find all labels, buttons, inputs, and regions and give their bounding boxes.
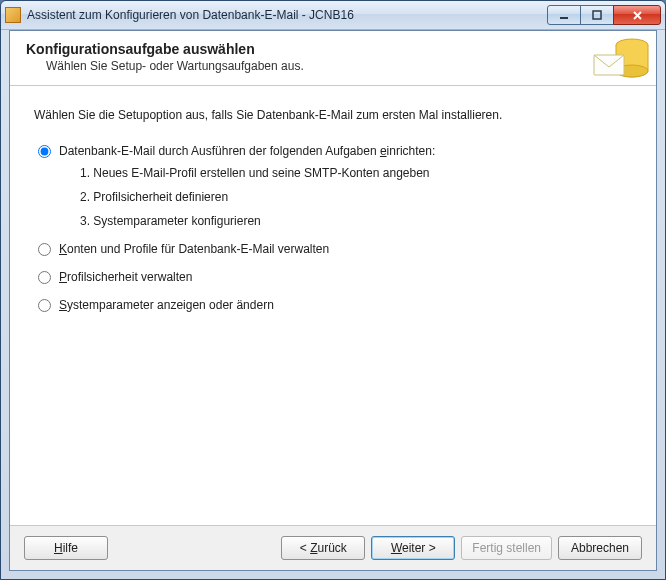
option-system-params[interactable]: Systemparameter anzeigen oder ändern [34, 298, 632, 312]
close-icon [632, 10, 643, 21]
setup-step-1: 1. Neues E-Mail-Profil erstellen und sei… [80, 166, 632, 180]
window-title: Assistent zum Konfigurieren von Datenban… [27, 8, 547, 22]
wizard-footer: Hilfe < Zurück Weiter > Fertig stellen A… [10, 525, 656, 570]
database-mail-icon [592, 33, 652, 87]
svg-rect-0 [560, 17, 568, 19]
setup-step-3: 3. Systemparameter konfigurieren [80, 214, 632, 228]
option-profile-security-label[interactable]: Profilsicherheit verwalten [59, 270, 192, 284]
option-setup-steps: 1. Neues E-Mail-Profil erstellen und sei… [80, 166, 632, 228]
window-controls [547, 5, 661, 25]
option-system-params-radio[interactable] [38, 299, 51, 312]
maximize-button[interactable] [580, 5, 614, 25]
setup-step-2: 2. Profilsicherheit definieren [80, 190, 632, 204]
wizard-window: Assistent zum Konfigurieren von Datenban… [0, 0, 666, 580]
finish-button: Fertig stellen [461, 536, 552, 560]
page-title: Konfigurationsaufgabe auswählen [26, 41, 640, 57]
option-profile-security-radio[interactable] [38, 271, 51, 284]
svg-rect-1 [593, 11, 601, 19]
option-setup-radio[interactable] [38, 145, 51, 158]
back-button[interactable]: < Zurück [281, 536, 365, 560]
titlebar[interactable]: Assistent zum Konfigurieren von Datenban… [1, 1, 665, 30]
minimize-icon [559, 10, 569, 20]
minimize-button[interactable] [547, 5, 581, 25]
app-icon [5, 7, 21, 23]
page-subtitle: Wählen Sie Setup- oder Wartungsaufgaben … [46, 59, 640, 73]
maximize-icon [592, 10, 602, 20]
wizard-client: Konfigurationsaufgabe auswählen Wählen S… [9, 30, 657, 571]
option-manage-label[interactable]: Konten und Profile für Datenbank-E-Mail … [59, 242, 329, 256]
option-manage-radio[interactable] [38, 243, 51, 256]
option-profile-security[interactable]: Profilsicherheit verwalten [34, 270, 632, 284]
intro-text: Wählen Sie die Setupoption aus, falls Si… [34, 108, 632, 122]
option-system-params-label[interactable]: Systemparameter anzeigen oder ändern [59, 298, 274, 312]
wizard-header: Konfigurationsaufgabe auswählen Wählen S… [10, 31, 656, 86]
option-manage[interactable]: Konten und Profile für Datenbank-E-Mail … [34, 242, 632, 256]
close-button[interactable] [613, 5, 661, 25]
option-setup[interactable]: Datenbank-E-Mail durch Ausführen der fol… [34, 144, 632, 158]
wizard-content: Wählen Sie die Setupoption aus, falls Si… [10, 86, 656, 525]
cancel-button[interactable]: Abbrechen [558, 536, 642, 560]
next-button[interactable]: Weiter > [371, 536, 455, 560]
help-button[interactable]: Hilfe [24, 536, 108, 560]
option-setup-label[interactable]: Datenbank-E-Mail durch Ausführen der fol… [59, 144, 435, 158]
